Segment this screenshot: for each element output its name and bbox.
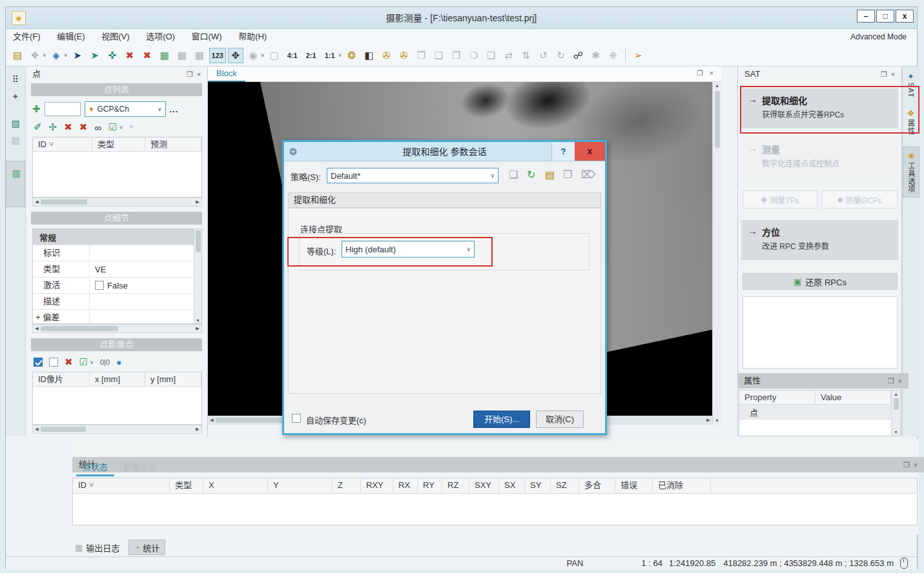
col-rx[interactable]: RX [393,478,418,493]
scroll-down-icon[interactable]: ▼ [194,318,201,323]
find-point-icon[interactable]: ∞ [94,122,101,133]
step-orientation[interactable]: → 方位 改进 RPC 变换参数 [741,220,898,260]
close-panel-icon[interactable]: × [888,66,898,82]
new-strategy-icon[interactable]: ❏ [509,168,518,181]
measure-tps-button[interactable]: ◆ 测量TPs [743,190,817,208]
refresh-strategy-icon[interactable]: ↻ [527,168,535,181]
maximize-button[interactable]: □ [876,10,894,23]
col-eliminated[interactable]: 已消除 [653,478,711,493]
chevron-down-icon[interactable]: ∨ [119,125,123,130]
right-dock-tab-tool-options[interactable]: ❀ 工具选项 [903,147,919,198]
point-symbol-icon[interactable]: ❂ [344,48,359,63]
scroll-right-icon[interactable]: ▶ [194,427,201,432]
save-icon[interactable]: ▤ [10,48,25,63]
col-z[interactable]: Z [333,478,361,493]
menu-file[interactable]: 文件(F) [6,29,48,45]
detail-row-active[interactable]: 激活 False [33,278,194,294]
menu-view[interactable]: 视图(V) [94,29,136,45]
add-point-icon[interactable]: ✚ [32,103,41,115]
check-image-points-icon[interactable]: ☑ [79,356,88,368]
menu-edit[interactable]: 编辑(E) [50,29,92,45]
col-id[interactable]: ID ˅ [33,137,92,151]
select-cursor-icon[interactable]: ➤ [70,48,85,63]
zoom-tool-dropdown-icon[interactable]: ◉ [245,48,261,63]
tab-point-status[interactable]: 点状态 [76,460,114,476]
delete-strategy-icon[interactable]: ⌦ [581,168,596,181]
col-x[interactable]: X [203,478,268,493]
close-view-icon[interactable]: × [707,69,716,77]
col-x-mm[interactable]: x [mm] [90,372,145,386]
scroll-thumb[interactable] [41,427,86,432]
autosave-checkbox[interactable] [292,414,301,423]
pan-tool-toggle[interactable]: ✥ [228,48,243,63]
zoom-4-1-button[interactable]: 4:1 [284,48,301,63]
image-points-hscrollbar[interactable]: ◀ ▶ [32,425,202,434]
edit-point-icon[interactable]: ✐ [34,121,42,133]
detail-vscrollbar[interactable]: ▼ [194,229,201,323]
scroll-right-icon[interactable]: ▶ [194,326,201,331]
tab-image-status[interactable]: 影像状态 [117,460,163,474]
close-panel-icon[interactable]: × [911,457,920,472]
swap-images-icon[interactable]: ⇄ [500,48,516,63]
lock-zoom-icon[interactable]: ✇ [396,48,411,63]
delete-image-point-icon[interactable]: ✖ [65,356,73,368]
prev-image-icon[interactable]: ❐ [413,48,429,63]
measure-point-tool-icon[interactable]: ✜ [105,48,120,63]
col-image-id[interactable]: ID像片 [33,372,90,386]
fit-view-icon[interactable]: ▢ [267,48,282,63]
delete-all-points-icon[interactable]: ✖ [64,121,72,133]
scroll-thumb[interactable] [41,326,118,331]
tile-views-icon[interactable]: ⇅ [518,48,533,63]
viewport-vscrollbar[interactable]: ▲ ▼ [712,82,721,425]
points-scatter-icon[interactable]: ⠿ [8,72,23,87]
col-predict[interactable]: 预测 [145,137,201,151]
overview-icon[interactable]: ❏ [483,48,498,63]
detail-row-id[interactable]: 标识 [33,245,194,261]
float-view-icon[interactable]: ❐ [695,69,704,77]
dialog-close-button[interactable]: x [575,142,605,161]
property-row-point[interactable]: 点 [739,405,891,420]
lock-pan-icon[interactable]: ✇ [378,48,394,63]
menu-help[interactable]: 帮助(H) [231,29,274,45]
col-sxy[interactable]: SXY [469,478,499,493]
gears-icon[interactable]: ❃ [588,48,603,63]
point-id-input[interactable] [45,102,81,116]
col-sz[interactable]: SZ [551,478,579,493]
float-panel-icon[interactable]: ❐ [185,66,194,82]
show-point-ids-toggle[interactable]: 123 [209,48,226,63]
save-strategy-icon[interactable]: ▤ [545,168,555,181]
detail-group-general[interactable]: 常规 [33,229,194,245]
left-dock-selected-tab[interactable]: ▥ [6,161,25,207]
scroll-thumb[interactable] [196,230,201,252]
image-panel-icon[interactable]: ▧ [8,116,23,131]
detail-hscrollbar[interactable]: ◀ ▶ [32,324,202,333]
detail-row-type[interactable]: 类型 VE [33,261,194,278]
properties-table[interactable]: ▲ ▼ Property Value 点 [739,390,901,436]
tab-block[interactable]: Block [208,66,245,82]
detail-row-description[interactable]: 描述 [33,294,194,310]
scroll-down-icon[interactable]: ▼ [892,429,900,436]
filter-more-button[interactable]: ... [170,105,179,114]
scroll-left-icon[interactable]: ◀ [33,326,41,331]
col-type[interactable]: 类型 [170,478,203,493]
image-delete-all-icon[interactable]: ▦ [192,48,207,63]
close-panel-icon[interactable]: × [896,373,905,389]
statistics-table[interactable]: ID ˅ 类型 X Y Z RXY RX RY RZ SXY SX SY SZ … [72,478,918,525]
scroll-left-icon[interactable]: ◀ [208,418,216,423]
show-all-checkbox[interactable] [49,358,58,367]
chevron-down-icon[interactable]: ∨ [338,52,342,58]
rotate-cw-icon[interactable]: ↻ [553,48,568,63]
point-list-table[interactable]: ID ˅ 类型 预测 [32,137,202,198]
detail-row-deviation[interactable]: + 偏差 [33,310,194,323]
dialog-section-tab[interactable]: 提取和细化 [288,192,601,208]
scroll-right-icon[interactable]: ▶ [704,418,712,423]
float-panel-icon[interactable]: ❐ [887,373,896,389]
float-panel-icon[interactable]: ❐ [902,457,911,472]
image-points-table[interactable]: ID像片 x [mm] y [mm] [32,372,202,425]
menu-options[interactable]: 选项(O) [139,29,182,45]
strategy-combo[interactable]: Default* ∨ [327,168,498,183]
col-y-mm[interactable]: y [mm] [145,372,201,386]
col-ry[interactable]: RY [418,478,442,493]
image-delete-icon[interactable]: ▦ [174,48,190,63]
next-image-icon[interactable]: ❑ [431,48,446,63]
